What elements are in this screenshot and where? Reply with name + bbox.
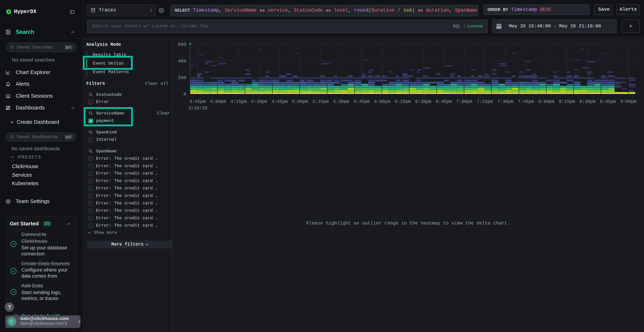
svg-text:4:45pm: 4:45pm — [272, 99, 288, 104]
svg-text:6:15pm: 6:15pm — [395, 99, 411, 104]
svg-text:4:00pm: 4:00pm — [210, 99, 226, 104]
svg-text:7:30pm: 7:30pm — [497, 99, 514, 104]
svg-text:600: 600 — [178, 42, 186, 47]
svg-text:200: 200 — [178, 75, 186, 80]
svg-text:6:45pm: 6:45pm — [436, 99, 452, 104]
svg-text:4:30pm: 4:30pm — [251, 99, 267, 104]
svg-text:7:15pm: 7:15pm — [477, 99, 493, 104]
svg-text:3:45pm: 3:45pm — [190, 99, 206, 104]
svg-text:0: 0 — [183, 92, 186, 97]
svg-text:400: 400 — [178, 58, 186, 64]
svg-text:9:00pm: 9:00pm — [620, 99, 636, 104]
svg-text:5:00pm: 5:00pm — [292, 99, 308, 104]
svg-text:8:15pm: 8:15pm — [559, 99, 575, 104]
svg-text:5:45pm: 5:45pm — [354, 99, 370, 104]
svg-text:8:30pm: 8:30pm — [580, 99, 596, 104]
svg-text:4:15pm: 4:15pm — [230, 99, 246, 104]
svg-text:6:30pm: 6:30pm — [415, 99, 431, 104]
svg-text:6:00pm: 6:00pm — [374, 99, 390, 104]
svg-text:7:45pm: 7:45pm — [518, 99, 534, 104]
svg-text:8:45pm: 8:45pm — [600, 99, 616, 104]
svg-text:5/26/25: 5/26/25 — [189, 106, 208, 111]
svg-text:7:00pm: 7:00pm — [456, 99, 472, 104]
svg-text:5:30pm: 5:30pm — [333, 99, 349, 104]
svg-text:8:00pm: 8:00pm — [538, 99, 554, 104]
svg-text:5:15pm: 5:15pm — [312, 99, 328, 104]
